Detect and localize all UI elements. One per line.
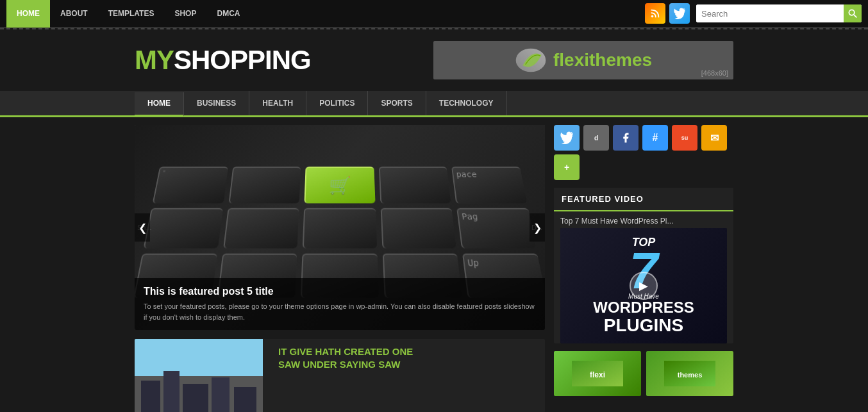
video-plugins-text: PLUGINS — [593, 315, 694, 336]
search-input[interactable] — [696, 4, 844, 22]
sidebar-thumb-2[interactable]: themes — [646, 351, 733, 396]
content-area: " 🛒 pace Pag Up — [135, 125, 545, 412]
nav2-technology[interactable]: TECHNOLOGY — [426, 91, 507, 115]
featured-video-section: FEATURED VIDEO Top 7 Must Have WordPress… — [554, 188, 733, 343]
nav-shop[interactable]: SHOP — [164, 0, 206, 28]
nav-links: HOME ABOUT TEMPLATES SHOP DMCA — [6, 0, 645, 28]
slide-image: " 🛒 pace Pag Up — [135, 125, 545, 330]
video-title: Top 7 Must Have WordPress Pl... — [554, 211, 733, 228]
svg-text:flexi: flexi — [590, 370, 605, 379]
post-info: IT GIVE HATH CREATED ONE SAW UNDER SAYIN… — [272, 339, 545, 412]
svg-line-2 — [854, 15, 856, 17]
key-10: Pag — [457, 208, 537, 248]
post-thumbnail — [135, 339, 263, 412]
building-2 — [163, 371, 179, 412]
nav2-health[interactable]: HEALTH — [249, 91, 306, 115]
nav2-politics[interactable]: POLITICS — [306, 91, 368, 115]
slide-title: This is featured post 5 title — [144, 286, 536, 297]
featured-video-label: FEATURED VIDEO — [554, 188, 733, 211]
sidebar-thumbnails: flexi themes — [554, 351, 733, 396]
social-plus-icon[interactable]: + — [554, 154, 580, 180]
nav-templates[interactable]: TEMPLATES — [98, 0, 165, 28]
social-digg-icon[interactable]: d — [583, 125, 609, 151]
post-title-line2: SAW UNDER SAYING SAW — [278, 359, 400, 370]
slide-overlay: This is featured post 5 title To set you… — [135, 278, 545, 330]
top-navigation: HOME ABOUT TEMPLATES SHOP DMCA — [0, 0, 868, 28]
building-image — [135, 339, 263, 412]
banner-ad-size: [468x60] — [701, 69, 728, 77]
site-logo[interactable]: MYSHOPPING — [135, 45, 311, 76]
featured-slideshow: " 🛒 pace Pag Up — [135, 125, 545, 330]
logo-shopping: SHOPPING — [174, 45, 311, 75]
key-1: " — [153, 167, 228, 203]
social-mail-icon[interactable]: ✉ — [701, 125, 727, 151]
key-2 — [228, 167, 301, 203]
svg-text:themes: themes — [678, 371, 703, 379]
site-header: MYSHOPPING flexithemes [468x60] — [0, 29, 868, 91]
banner-ad-text: flexithemes — [553, 50, 652, 70]
building-4 — [212, 377, 230, 412]
building-1 — [141, 381, 160, 412]
key-8 — [303, 208, 377, 248]
video-thumbnail[interactable]: TOP 7 Must Have WORDPRESS PLUGINS ▶ — [560, 228, 727, 343]
thumb-flexi-2: themes — [646, 351, 733, 396]
building-5 — [234, 387, 256, 412]
social-twitter-icon[interactable] — [554, 125, 580, 151]
key-7 — [223, 208, 299, 248]
main-content: " 🛒 pace Pag Up — [0, 117, 868, 412]
second-navigation: HOME BUSINESS HEALTH POLITICS SPORTS TEC… — [0, 91, 868, 117]
logo-my: MY — [135, 45, 174, 75]
svg-point-0 — [651, 15, 654, 18]
sidebar-thumb-1[interactable]: flexi — [554, 351, 641, 396]
social-delicious-icon[interactable]: # — [642, 125, 668, 151]
thumb-flexi-1: flexi — [554, 351, 641, 396]
social-stumbleupon-icon[interactable]: su — [672, 125, 697, 151]
social-facebook-icon[interactable] — [613, 125, 638, 151]
twitter-icon[interactable] — [669, 3, 690, 24]
nav2-business[interactable]: BUSINESS — [184, 91, 249, 115]
banner-ad[interactable]: flexithemes [468x60] — [433, 41, 733, 79]
nav-dmca[interactable]: DMCA — [206, 0, 250, 28]
svg-point-1 — [849, 10, 854, 15]
post-title-line1: IT GIVE HATH CREATED ONE — [278, 346, 413, 357]
play-button[interactable]: ▶ — [630, 272, 658, 300]
nav-about[interactable]: ABOUT — [50, 0, 98, 28]
post-card: IT GIVE HATH CREATED ONE SAW UNDER SAYIN… — [135, 339, 545, 412]
search-button[interactable] — [844, 4, 862, 22]
key-5: pace — [451, 167, 527, 203]
flexithemes-leaf-icon — [515, 44, 547, 76]
slide-next-arrow[interactable]: ❯ — [530, 213, 545, 242]
nav-home[interactable]: HOME — [6, 0, 50, 28]
search-bar[interactable] — [696, 4, 862, 22]
key-9 — [380, 208, 456, 248]
building-3 — [183, 384, 208, 412]
key-green-cart: 🛒 — [305, 167, 376, 203]
nav2-home[interactable]: HOME — [135, 92, 184, 117]
rss-icon[interactable] — [645, 3, 665, 24]
social-icons-bar: d # su ✉ + — [554, 125, 733, 180]
nav2-sports[interactable]: SPORTS — [368, 91, 426, 115]
sidebar: d # su ✉ + FEATURED VIDEO Top 7 Must Hav… — [554, 125, 733, 412]
slide-prev-arrow[interactable]: ❮ — [135, 213, 150, 242]
post-title[interactable]: IT GIVE HATH CREATED ONE SAW UNDER SAYIN… — [278, 345, 538, 370]
key-4 — [379, 167, 451, 203]
video-wordpress-text: WORDPRESS — [593, 300, 694, 315]
key-6 — [144, 208, 223, 248]
top-icons — [645, 3, 690, 24]
slide-description: To set your featured posts, please go to… — [144, 301, 536, 322]
